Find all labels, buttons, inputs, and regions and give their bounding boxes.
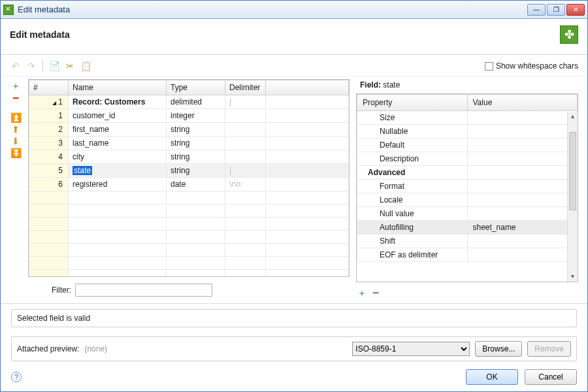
property-value[interactable]	[467, 235, 578, 248]
table-row-empty	[29, 257, 349, 270]
properties-scrollbar[interactable]: ▴ ▾	[567, 112, 578, 282]
row-name[interactable]: customer_id	[69, 109, 167, 123]
property-row[interactable]: EOF as delimiter	[357, 248, 578, 262]
properties-table[interactable]: Property Value SizeNullableDefaultDescri…	[356, 93, 578, 282]
property-row[interactable]: Size	[357, 111, 578, 125]
row-type[interactable]: string	[167, 164, 225, 178]
property-row[interactable]: Description	[357, 152, 578, 166]
row-delimiter[interactable]: |	[225, 95, 266, 109]
col-value-header[interactable]: Value	[467, 95, 578, 111]
fields-table[interactable]: # Name Type Delimiter ◢ 1Record: Custome…	[28, 79, 350, 277]
table-row[interactable]: 2first_namestring	[29, 123, 349, 137]
row-type[interactable]: string	[167, 123, 225, 137]
row-type[interactable]: date	[167, 178, 225, 191]
property-value[interactable]	[467, 193, 578, 207]
attached-preview-label: Attached preview:	[17, 344, 79, 353]
col-number-header[interactable]: #	[29, 80, 69, 95]
property-row[interactable]: Advanced	[357, 166, 578, 180]
add-property-icon[interactable]: ＋	[357, 287, 367, 299]
titlebar[interactable]: Edit metadata — ❐ ✕	[1, 1, 587, 19]
cancel-button[interactable]: Cancel	[525, 369, 577, 385]
scroll-down-icon[interactable]: ▾	[568, 272, 578, 282]
move-down-icon[interactable]: ⬇	[10, 137, 22, 146]
property-value[interactable]	[467, 166, 578, 180]
row-type[interactable]: integer	[167, 109, 225, 123]
property-value[interactable]	[467, 139, 578, 152]
property-row[interactable]: Locale	[357, 193, 578, 207]
row-number: ◢ 1	[29, 95, 69, 109]
undo-icon[interactable]: ↶	[10, 60, 22, 72]
close-button[interactable]: ✕	[566, 4, 585, 16]
property-row[interactable]: Nullable	[357, 125, 578, 139]
redo-icon[interactable]: ↷	[25, 60, 37, 72]
toolbar: ↶ ↷ 📄 ✂ 📋 Show whitespace chars	[1, 55, 587, 76]
col-delimiter-header[interactable]: Delimiter	[225, 80, 266, 95]
move-bottom-icon[interactable]: ⏬	[10, 148, 22, 157]
app-icon-large: ✤	[560, 25, 578, 44]
property-value[interactable]	[467, 207, 578, 221]
row-delimiter[interactable]: |	[225, 164, 266, 178]
row-name[interactable]: last_name	[69, 137, 167, 150]
copy-icon[interactable]: 📄	[48, 60, 60, 72]
row-name[interactable]: state	[69, 164, 167, 178]
table-row[interactable]: 1customer_idinteger	[29, 109, 349, 123]
browse-button[interactable]: Browse...	[475, 341, 522, 357]
paste-icon[interactable]: 📋	[80, 60, 91, 72]
property-row[interactable]: Default	[357, 139, 578, 152]
scroll-thumb[interactable]	[569, 132, 576, 210]
property-row[interactable]: Null value	[357, 207, 578, 221]
ok-button[interactable]: OK	[466, 369, 518, 385]
table-row[interactable]: 5statestring|	[29, 164, 349, 178]
move-top-icon[interactable]: ⏫	[10, 113, 22, 122]
dialog-header: Edit metadata ✤	[1, 19, 587, 55]
table-row-empty	[29, 231, 349, 244]
row-delimiter[interactable]	[225, 137, 266, 150]
cut-icon[interactable]: ✂	[64, 60, 76, 72]
filter-input[interactable]	[75, 284, 212, 297]
move-up-icon[interactable]: ⬆	[10, 125, 22, 134]
remove-row-icon[interactable]: ━	[10, 93, 22, 103]
minimize-button[interactable]: —	[527, 4, 546, 16]
remove-property-icon[interactable]: ━	[373, 287, 378, 299]
page-title: Edit metadata	[10, 29, 560, 40]
row-type[interactable]: string	[167, 137, 225, 150]
row-delimiter[interactable]	[225, 123, 266, 137]
table-row[interactable]: ◢ 1Record: Customersdelimited|	[29, 95, 349, 109]
row-name[interactable]: registered	[69, 178, 167, 191]
maximize-button[interactable]: ❐	[547, 4, 565, 16]
property-value[interactable]	[467, 180, 578, 193]
row-type[interactable]: delimited	[167, 95, 225, 109]
row-type[interactable]: string	[167, 150, 225, 164]
col-property-header[interactable]: Property	[357, 95, 468, 111]
property-value[interactable]	[467, 125, 578, 139]
row-name[interactable]: Record: Customers	[69, 95, 167, 109]
show-whitespace-checkbox[interactable]: Show whitespace chars	[485, 61, 578, 71]
add-row-icon[interactable]: ＋	[10, 82, 22, 91]
row-delimiter[interactable]	[225, 150, 266, 164]
property-value[interactable]: sheet_name	[467, 221, 578, 235]
table-row[interactable]: 3last_namestring	[29, 137, 349, 150]
property-row[interactable]: Autofillingsheet_name	[357, 221, 578, 235]
property-key: Null value	[357, 207, 468, 221]
property-row[interactable]: Shift	[357, 235, 578, 248]
property-key: EOF as delimiter	[357, 248, 468, 262]
col-type-header[interactable]: Type	[167, 80, 225, 95]
row-actions-column: ＋ ━ ⏫ ⬆ ⬇ ⏬	[10, 79, 22, 301]
row-name[interactable]: first_name	[69, 123, 167, 137]
row-name[interactable]: city	[69, 150, 167, 164]
help-icon[interactable]: ?	[11, 372, 22, 382]
property-value[interactable]	[467, 111, 578, 125]
row-delimiter[interactable]	[225, 109, 266, 123]
property-key: Nullable	[357, 125, 468, 139]
property-value[interactable]	[467, 248, 578, 262]
checkbox-icon	[485, 62, 493, 71]
encoding-select[interactable]: ISO-8859-1	[352, 342, 470, 356]
scroll-up-icon[interactable]: ▴	[568, 112, 578, 122]
table-row[interactable]: 4citystring	[29, 150, 349, 164]
col-name-header[interactable]: Name	[69, 80, 167, 95]
property-row[interactable]: Format	[357, 180, 578, 193]
property-value[interactable]	[467, 152, 578, 166]
table-row[interactable]: 6registereddate\r\n	[29, 178, 349, 191]
attached-preview-value: (none)	[84, 344, 107, 353]
row-delimiter[interactable]: \r\n	[225, 178, 266, 191]
